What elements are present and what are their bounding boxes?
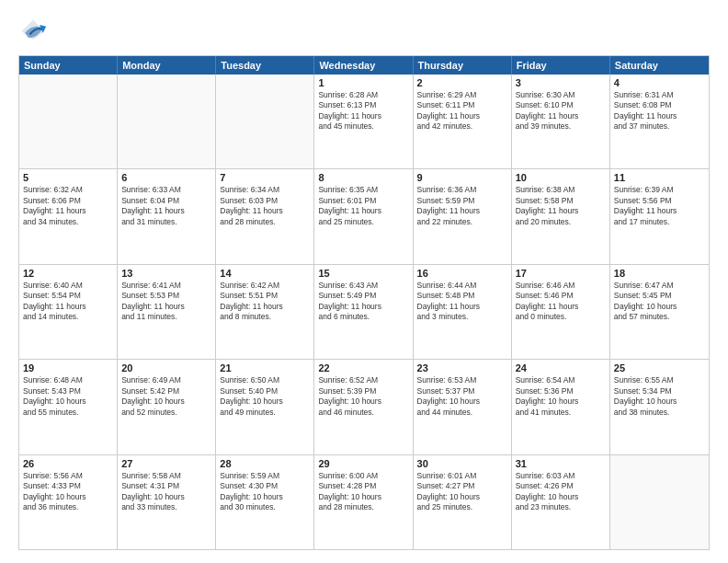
- day-info: Sunrise: 6:01 AM Sunset: 4:27 PM Dayligh…: [417, 471, 507, 513]
- calendar-cell: 19Sunrise: 6:48 AM Sunset: 5:43 PM Dayli…: [19, 360, 118, 454]
- calendar-body: 1Sunrise: 6:28 AM Sunset: 6:13 PM Daylig…: [19, 75, 709, 549]
- day-number: 12: [23, 268, 113, 279]
- calendar-cell: 13Sunrise: 6:41 AM Sunset: 5:53 PM Dayli…: [118, 265, 216, 359]
- day-info: Sunrise: 6:42 AM Sunset: 5:51 PM Dayligh…: [220, 281, 310, 323]
- day-number: 4: [614, 77, 705, 88]
- calendar-cell: 12Sunrise: 6:40 AM Sunset: 5:54 PM Dayli…: [19, 265, 118, 359]
- calendar-cell: 31Sunrise: 6:03 AM Sunset: 4:26 PM Dayli…: [512, 455, 610, 549]
- calendar-cell: 7Sunrise: 6:34 AM Sunset: 6:03 PM Daylig…: [216, 169, 314, 263]
- calendar-cell: 27Sunrise: 5:58 AM Sunset: 4:31 PM Dayli…: [118, 455, 216, 549]
- calendar-cell: 26Sunrise: 5:56 AM Sunset: 4:33 PM Dayli…: [19, 455, 118, 549]
- day-number: 11: [614, 172, 705, 183]
- calendar-cell: 21Sunrise: 6:50 AM Sunset: 5:40 PM Dayli…: [216, 360, 314, 454]
- day-info: Sunrise: 6:46 AM Sunset: 5:46 PM Dayligh…: [516, 281, 606, 323]
- day-info: Sunrise: 6:31 AM Sunset: 6:08 PM Dayligh…: [614, 90, 705, 132]
- day-number: 20: [121, 362, 211, 373]
- calendar-cell: 29Sunrise: 6:00 AM Sunset: 4:28 PM Dayli…: [314, 455, 413, 549]
- day-info: Sunrise: 6:55 AM Sunset: 5:34 PM Dayligh…: [614, 375, 705, 418]
- calendar-cell: 25Sunrise: 6:55 AM Sunset: 5:34 PM Dayli…: [610, 360, 709, 454]
- calendar-cell: 8Sunrise: 6:35 AM Sunset: 6:01 PM Daylig…: [314, 169, 413, 263]
- calendar-cell: 5Sunrise: 6:32 AM Sunset: 6:06 PM Daylig…: [19, 169, 118, 263]
- day-info: Sunrise: 6:41 AM Sunset: 5:53 PM Dayligh…: [121, 281, 211, 323]
- calendar-cell: 20Sunrise: 6:49 AM Sunset: 5:42 PM Dayli…: [118, 360, 216, 454]
- calendar: SundayMondayTuesdayWednesdayThursdayFrid…: [18, 55, 710, 550]
- day-number: 18: [614, 268, 705, 279]
- calendar-cell: 2Sunrise: 6:29 AM Sunset: 6:11 PM Daylig…: [414, 75, 512, 168]
- day-number: 30: [417, 458, 507, 469]
- calendar-cell: 16Sunrise: 6:44 AM Sunset: 5:48 PM Dayli…: [414, 265, 512, 359]
- day-number: 23: [417, 362, 507, 373]
- calendar-cell: 11Sunrise: 6:39 AM Sunset: 5:56 PM Dayli…: [610, 169, 709, 263]
- day-info: Sunrise: 6:29 AM Sunset: 6:11 PM Dayligh…: [417, 90, 507, 132]
- calendar-cell: 10Sunrise: 6:38 AM Sunset: 5:58 PM Dayli…: [512, 169, 610, 263]
- day-number: 17: [516, 268, 606, 279]
- day-info: Sunrise: 6:32 AM Sunset: 6:06 PM Dayligh…: [23, 185, 113, 227]
- day-info: Sunrise: 6:47 AM Sunset: 5:45 PM Dayligh…: [614, 281, 705, 323]
- calendar-cell: 4Sunrise: 6:31 AM Sunset: 6:08 PM Daylig…: [610, 75, 709, 168]
- day-number: 6: [121, 172, 211, 183]
- day-number: 24: [516, 362, 606, 373]
- calendar-row: 19Sunrise: 6:48 AM Sunset: 5:43 PM Dayli…: [19, 359, 709, 454]
- day-number: 15: [318, 268, 408, 279]
- calendar-cell: 24Sunrise: 6:54 AM Sunset: 5:36 PM Dayli…: [512, 360, 610, 454]
- day-number: 2: [417, 77, 507, 88]
- day-info: Sunrise: 6:34 AM Sunset: 6:03 PM Dayligh…: [220, 185, 310, 227]
- calendar-cell: 15Sunrise: 6:43 AM Sunset: 5:49 PM Dayli…: [314, 265, 413, 359]
- day-number: 25: [614, 362, 705, 373]
- calendar-cell: 28Sunrise: 5:59 AM Sunset: 4:30 PM Dayli…: [216, 455, 314, 549]
- day-info: Sunrise: 6:35 AM Sunset: 6:01 PM Dayligh…: [318, 185, 408, 227]
- day-info: Sunrise: 6:03 AM Sunset: 4:26 PM Dayligh…: [516, 471, 606, 513]
- day-number: 31: [516, 458, 606, 469]
- calendar-row: 5Sunrise: 6:32 AM Sunset: 6:06 PM Daylig…: [19, 168, 709, 263]
- day-number: 14: [220, 268, 310, 279]
- day-info: Sunrise: 6:54 AM Sunset: 5:36 PM Dayligh…: [516, 375, 606, 418]
- calendar-cell: 18Sunrise: 6:47 AM Sunset: 5:45 PM Dayli…: [610, 265, 709, 359]
- day-info: Sunrise: 6:33 AM Sunset: 6:04 PM Dayligh…: [121, 185, 211, 227]
- day-info: Sunrise: 5:58 AM Sunset: 4:31 PM Dayligh…: [121, 471, 211, 513]
- day-info: Sunrise: 5:56 AM Sunset: 4:33 PM Dayligh…: [23, 471, 113, 513]
- day-number: 3: [516, 77, 606, 88]
- day-number: 26: [23, 458, 113, 469]
- calendar-row: 1Sunrise: 6:28 AM Sunset: 6:13 PM Daylig…: [19, 75, 709, 168]
- calendar-cell: [610, 455, 709, 549]
- day-info: Sunrise: 5:59 AM Sunset: 4:30 PM Dayligh…: [220, 471, 310, 513]
- header: [18, 17, 710, 46]
- day-number: 7: [220, 172, 310, 183]
- weekday-header: Thursday: [414, 56, 512, 75]
- calendar-cell: 17Sunrise: 6:46 AM Sunset: 5:46 PM Dayli…: [512, 265, 610, 359]
- day-number: 27: [121, 458, 211, 469]
- calendar-cell: 22Sunrise: 6:52 AM Sunset: 5:39 PM Dayli…: [314, 360, 413, 454]
- day-number: 13: [121, 268, 211, 279]
- day-number: 28: [220, 458, 310, 469]
- day-info: Sunrise: 6:44 AM Sunset: 5:48 PM Dayligh…: [417, 281, 507, 323]
- day-info: Sunrise: 6:52 AM Sunset: 5:39 PM Dayligh…: [318, 375, 408, 418]
- day-number: 19: [23, 362, 113, 373]
- calendar-cell: 1Sunrise: 6:28 AM Sunset: 6:13 PM Daylig…: [314, 75, 413, 168]
- day-info: Sunrise: 6:36 AM Sunset: 5:59 PM Dayligh…: [417, 185, 507, 227]
- weekday-header: Monday: [118, 56, 216, 75]
- calendar-header-row: SundayMondayTuesdayWednesdayThursdayFrid…: [19, 56, 709, 75]
- day-number: 22: [318, 362, 408, 373]
- day-info: Sunrise: 6:00 AM Sunset: 4:28 PM Dayligh…: [318, 471, 408, 513]
- calendar-cell: [216, 75, 314, 168]
- calendar-row: 12Sunrise: 6:40 AM Sunset: 5:54 PM Dayli…: [19, 264, 709, 359]
- calendar-cell: [118, 75, 216, 168]
- day-info: Sunrise: 6:43 AM Sunset: 5:49 PM Dayligh…: [318, 281, 408, 323]
- day-info: Sunrise: 6:30 AM Sunset: 6:10 PM Dayligh…: [516, 90, 606, 132]
- day-info: Sunrise: 6:28 AM Sunset: 6:13 PM Dayligh…: [318, 90, 408, 132]
- calendar-row: 26Sunrise: 5:56 AM Sunset: 4:33 PM Dayli…: [19, 454, 709, 549]
- day-info: Sunrise: 6:40 AM Sunset: 5:54 PM Dayligh…: [23, 281, 113, 323]
- weekday-header: Saturday: [610, 56, 709, 75]
- weekday-header: Tuesday: [216, 56, 314, 75]
- page: SundayMondayTuesdayWednesdayThursdayFrid…: [0, 0, 728, 563]
- day-info: Sunrise: 6:49 AM Sunset: 5:42 PM Dayligh…: [121, 375, 211, 418]
- day-info: Sunrise: 6:39 AM Sunset: 5:56 PM Dayligh…: [614, 185, 705, 227]
- day-info: Sunrise: 6:53 AM Sunset: 5:37 PM Dayligh…: [417, 375, 507, 418]
- day-number: 10: [516, 172, 606, 183]
- day-number: 9: [417, 172, 507, 183]
- day-number: 16: [417, 268, 507, 279]
- day-info: Sunrise: 6:50 AM Sunset: 5:40 PM Dayligh…: [220, 375, 310, 418]
- calendar-cell: 14Sunrise: 6:42 AM Sunset: 5:51 PM Dayli…: [216, 265, 314, 359]
- calendar-cell: 23Sunrise: 6:53 AM Sunset: 5:37 PM Dayli…: [414, 360, 512, 454]
- logo-icon: [18, 17, 48, 46]
